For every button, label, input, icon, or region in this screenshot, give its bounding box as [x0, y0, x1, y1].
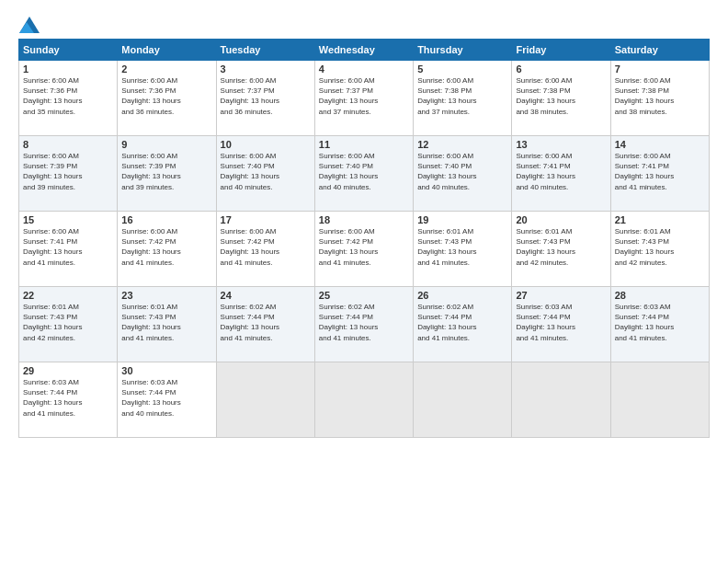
day-number: 4	[319, 63, 409, 75]
day-info: Sunrise: 6:00 AM Sunset: 7:41 PM Dayligh…	[516, 151, 606, 192]
calendar: SundayMondayTuesdayWednesdayThursdayFrid…	[18, 39, 710, 438]
day-info: Sunrise: 6:01 AM Sunset: 7:43 PM Dayligh…	[121, 302, 211, 343]
day-info: Sunrise: 6:00 AM Sunset: 7:38 PM Dayligh…	[615, 75, 705, 117]
day-info: Sunrise: 6:00 AM Sunset: 7:37 PM Dayligh…	[221, 75, 311, 117]
day-cell: 24Sunrise: 6:02 AM Sunset: 7:44 PM Dayli…	[216, 287, 314, 362]
day-number: 3	[221, 63, 311, 75]
day-number: 15	[23, 214, 113, 225]
day-info: Sunrise: 6:03 AM Sunset: 7:44 PM Dayligh…	[23, 377, 113, 419]
day-cell: 28Sunrise: 6:03 AM Sunset: 7:44 PM Dayli…	[610, 287, 709, 362]
day-info: Sunrise: 6:00 AM Sunset: 7:41 PM Dayligh…	[23, 226, 113, 268]
day-cell: 12Sunrise: 6:00 AM Sunset: 7:40 PM Dayli…	[414, 136, 512, 212]
day-cell: 11Sunrise: 6:00 AM Sunset: 7:40 PM Dayli…	[314, 136, 413, 212]
day-cell: 19Sunrise: 6:01 AM Sunset: 7:43 PM Dayli…	[414, 212, 512, 287]
col-header-wednesday: Wednesday	[314, 40, 413, 61]
day-cell: 30Sunrise: 6:03 AM Sunset: 7:44 PM Dayli…	[118, 362, 216, 438]
day-number: 5	[417, 63, 507, 75]
day-info: Sunrise: 6:01 AM Sunset: 7:43 PM Dayligh…	[615, 226, 705, 268]
col-header-friday: Friday	[512, 40, 610, 61]
day-cell	[414, 362, 512, 438]
day-number: 9	[121, 139, 211, 150]
day-number: 11	[319, 139, 409, 150]
day-number: 23	[121, 290, 211, 301]
day-cell: 9Sunrise: 6:00 AM Sunset: 7:39 PM Daylig…	[118, 136, 216, 212]
col-header-tuesday: Tuesday	[216, 40, 314, 61]
week-row-5: 29Sunrise: 6:03 AM Sunset: 7:44 PM Dayli…	[19, 362, 710, 438]
day-cell: 20Sunrise: 6:01 AM Sunset: 7:43 PM Dayli…	[512, 212, 610, 287]
day-cell: 2Sunrise: 6:00 AM Sunset: 7:36 PM Daylig…	[118, 61, 216, 136]
day-number: 17	[221, 214, 311, 225]
day-number: 29	[23, 365, 113, 376]
day-info: Sunrise: 6:02 AM Sunset: 7:44 PM Dayligh…	[417, 302, 507, 343]
col-header-sunday: Sunday	[19, 40, 118, 61]
logo-icon	[19, 17, 40, 33]
day-number: 16	[121, 214, 211, 225]
day-cell	[314, 362, 413, 438]
day-cell: 15Sunrise: 6:00 AM Sunset: 7:41 PM Dayli…	[19, 212, 118, 287]
day-number: 19	[417, 214, 507, 225]
day-info: Sunrise: 6:00 AM Sunset: 7:39 PM Dayligh…	[121, 151, 211, 192]
week-row-3: 15Sunrise: 6:00 AM Sunset: 7:41 PM Dayli…	[19, 212, 710, 287]
day-cell: 6Sunrise: 6:00 AM Sunset: 7:38 PM Daylig…	[512, 61, 610, 136]
header	[18, 17, 710, 29]
day-cell: 22Sunrise: 6:01 AM Sunset: 7:43 PM Dayli…	[19, 287, 118, 362]
day-info: Sunrise: 6:00 AM Sunset: 7:40 PM Dayligh…	[221, 151, 311, 192]
day-number: 24	[221, 290, 311, 301]
logo	[18, 17, 40, 29]
week-row-4: 22Sunrise: 6:01 AM Sunset: 7:43 PM Dayli…	[19, 287, 710, 362]
col-header-monday: Monday	[118, 40, 216, 61]
col-header-thursday: Thursday	[414, 40, 512, 61]
day-cell: 5Sunrise: 6:00 AM Sunset: 7:38 PM Daylig…	[414, 61, 512, 136]
day-cell: 17Sunrise: 6:00 AM Sunset: 7:42 PM Dayli…	[216, 212, 314, 287]
day-cell	[512, 362, 610, 438]
day-cell: 4Sunrise: 6:00 AM Sunset: 7:37 PM Daylig…	[314, 61, 413, 136]
day-cell: 18Sunrise: 6:00 AM Sunset: 7:42 PM Dayli…	[314, 212, 413, 287]
day-info: Sunrise: 6:00 AM Sunset: 7:36 PM Dayligh…	[23, 75, 113, 117]
day-info: Sunrise: 6:01 AM Sunset: 7:43 PM Dayligh…	[516, 226, 606, 268]
day-cell: 16Sunrise: 6:00 AM Sunset: 7:42 PM Dayli…	[118, 212, 216, 287]
day-number: 26	[417, 290, 507, 301]
day-cell: 10Sunrise: 6:00 AM Sunset: 7:40 PM Dayli…	[216, 136, 314, 212]
day-info: Sunrise: 6:00 AM Sunset: 7:39 PM Dayligh…	[23, 151, 113, 192]
day-cell	[610, 362, 709, 438]
header-row: SundayMondayTuesdayWednesdayThursdayFrid…	[19, 40, 710, 61]
week-row-1: 1Sunrise: 6:00 AM Sunset: 7:36 PM Daylig…	[19, 61, 710, 136]
day-number: 21	[615, 214, 705, 225]
day-cell: 23Sunrise: 6:01 AM Sunset: 7:43 PM Dayli…	[118, 287, 216, 362]
day-info: Sunrise: 6:00 AM Sunset: 7:40 PM Dayligh…	[417, 151, 507, 192]
day-cell: 13Sunrise: 6:00 AM Sunset: 7:41 PM Dayli…	[512, 136, 610, 212]
day-info: Sunrise: 6:03 AM Sunset: 7:44 PM Dayligh…	[121, 377, 211, 419]
day-cell: 27Sunrise: 6:03 AM Sunset: 7:44 PM Dayli…	[512, 287, 610, 362]
day-number: 12	[417, 139, 507, 150]
week-row-2: 8Sunrise: 6:00 AM Sunset: 7:39 PM Daylig…	[19, 136, 710, 212]
day-cell: 26Sunrise: 6:02 AM Sunset: 7:44 PM Dayli…	[414, 287, 512, 362]
day-number: 7	[615, 63, 705, 75]
day-info: Sunrise: 6:00 AM Sunset: 7:42 PM Dayligh…	[221, 226, 311, 268]
page: SundayMondayTuesdayWednesdayThursdayFrid…	[0, 0, 728, 563]
day-info: Sunrise: 6:00 AM Sunset: 7:38 PM Dayligh…	[417, 75, 507, 117]
day-cell	[216, 362, 314, 438]
day-info: Sunrise: 6:03 AM Sunset: 7:44 PM Dayligh…	[516, 302, 606, 343]
day-info: Sunrise: 6:01 AM Sunset: 7:43 PM Dayligh…	[417, 226, 507, 268]
day-number: 28	[615, 290, 705, 301]
day-info: Sunrise: 6:00 AM Sunset: 7:36 PM Dayligh…	[121, 75, 211, 117]
logo-text	[18, 17, 40, 33]
day-info: Sunrise: 6:02 AM Sunset: 7:44 PM Dayligh…	[221, 302, 311, 343]
day-info: Sunrise: 6:00 AM Sunset: 7:40 PM Dayligh…	[319, 151, 409, 192]
day-info: Sunrise: 6:01 AM Sunset: 7:43 PM Dayligh…	[23, 302, 113, 343]
day-number: 27	[516, 290, 606, 301]
day-number: 6	[516, 63, 606, 75]
day-info: Sunrise: 6:00 AM Sunset: 7:37 PM Dayligh…	[319, 75, 409, 117]
day-number: 25	[319, 290, 409, 301]
day-number: 30	[121, 365, 211, 376]
day-cell: 25Sunrise: 6:02 AM Sunset: 7:44 PM Dayli…	[314, 287, 413, 362]
day-info: Sunrise: 6:00 AM Sunset: 7:42 PM Dayligh…	[121, 226, 211, 268]
day-cell: 14Sunrise: 6:00 AM Sunset: 7:41 PM Dayli…	[610, 136, 709, 212]
day-cell: 3Sunrise: 6:00 AM Sunset: 7:37 PM Daylig…	[216, 61, 314, 136]
day-number: 14	[615, 139, 705, 150]
day-info: Sunrise: 6:00 AM Sunset: 7:42 PM Dayligh…	[319, 226, 409, 268]
day-cell: 1Sunrise: 6:00 AM Sunset: 7:36 PM Daylig…	[19, 61, 118, 136]
col-header-saturday: Saturday	[610, 40, 709, 61]
day-cell: 8Sunrise: 6:00 AM Sunset: 7:39 PM Daylig…	[19, 136, 118, 212]
day-info: Sunrise: 6:00 AM Sunset: 7:41 PM Dayligh…	[615, 151, 705, 192]
